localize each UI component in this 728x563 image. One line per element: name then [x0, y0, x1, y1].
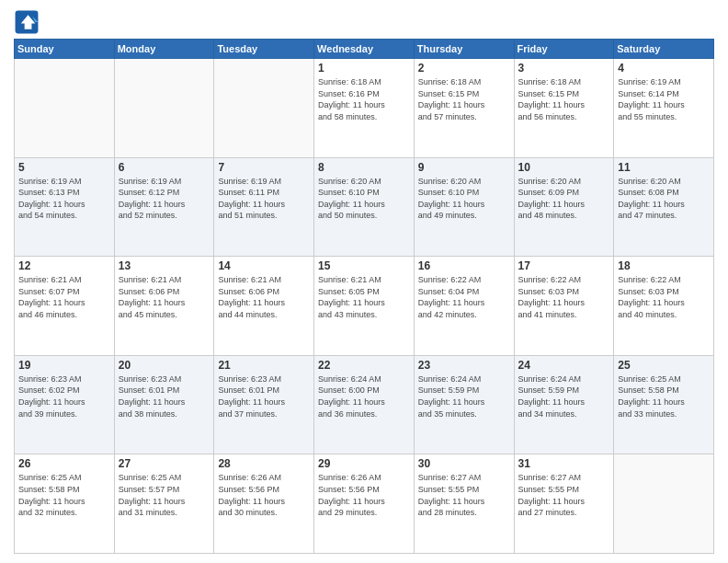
- day-number: 12: [18, 259, 110, 272]
- day-info: Sunrise: 6:22 AM Sunset: 6:03 PM Dayligh…: [618, 274, 710, 320]
- day-number: 8: [318, 161, 410, 174]
- calendar-cell: 2Sunrise: 6:18 AM Sunset: 6:15 PM Daylig…: [414, 59, 514, 158]
- calendar-cell: 15Sunrise: 6:21 AM Sunset: 6:05 PM Dayli…: [314, 257, 415, 356]
- day-number: 3: [518, 62, 610, 75]
- calendar-header-sunday: Sunday: [15, 40, 115, 59]
- calendar-header-row: SundayMondayTuesdayWednesdayThursdayFrid…: [15, 40, 714, 59]
- day-number: 14: [218, 259, 310, 272]
- day-number: 4: [618, 62, 710, 75]
- calendar-cell: 4Sunrise: 6:19 AM Sunset: 6:14 PM Daylig…: [614, 59, 714, 158]
- day-number: 17: [518, 259, 610, 272]
- day-info: Sunrise: 6:22 AM Sunset: 6:04 PM Dayligh…: [418, 274, 510, 320]
- day-number: 18: [618, 259, 710, 272]
- day-info: Sunrise: 6:18 AM Sunset: 6:15 PM Dayligh…: [418, 76, 510, 122]
- day-info: Sunrise: 6:19 AM Sunset: 6:12 PM Dayligh…: [119, 176, 210, 222]
- calendar-cell: 25Sunrise: 6:25 AM Sunset: 5:58 PM Dayli…: [614, 355, 714, 454]
- day-number: 10: [518, 161, 610, 174]
- calendar-cell: 31Sunrise: 6:27 AM Sunset: 5:55 PM Dayli…: [514, 454, 614, 554]
- calendar-header-thursday: Thursday: [414, 40, 514, 59]
- calendar-cell: 19Sunrise: 6:23 AM Sunset: 6:02 PM Dayli…: [15, 355, 115, 454]
- day-info: Sunrise: 6:20 AM Sunset: 6:10 PM Dayligh…: [418, 176, 510, 222]
- day-info: Sunrise: 6:21 AM Sunset: 6:06 PM Dayligh…: [218, 274, 310, 320]
- calendar-cell: [614, 454, 714, 554]
- calendar-table: SundayMondayTuesdayWednesdayThursdayFrid…: [14, 39, 714, 554]
- page: SundayMondayTuesdayWednesdayThursdayFrid…: [0, 0, 728, 563]
- calendar-cell: 5Sunrise: 6:19 AM Sunset: 6:13 PM Daylig…: [15, 157, 115, 257]
- day-number: 9: [418, 161, 510, 174]
- day-number: 15: [318, 259, 410, 272]
- day-number: 26: [18, 457, 110, 470]
- calendar-cell: 12Sunrise: 6:21 AM Sunset: 6:07 PM Dayli…: [15, 257, 115, 356]
- day-info: Sunrise: 6:19 AM Sunset: 6:13 PM Dayligh…: [18, 176, 110, 222]
- calendar-cell: 3Sunrise: 6:18 AM Sunset: 6:15 PM Daylig…: [514, 59, 614, 158]
- calendar-cell: 17Sunrise: 6:22 AM Sunset: 6:03 PM Dayli…: [514, 257, 614, 356]
- day-number: 13: [119, 259, 210, 272]
- day-number: 19: [18, 359, 110, 372]
- day-number: 1: [318, 62, 410, 75]
- header: [14, 9, 714, 35]
- day-info: Sunrise: 6:25 AM Sunset: 5:57 PM Dayligh…: [119, 472, 210, 518]
- day-info: Sunrise: 6:25 AM Sunset: 5:58 PM Dayligh…: [18, 472, 110, 518]
- day-info: Sunrise: 6:18 AM Sunset: 6:15 PM Dayligh…: [518, 76, 610, 122]
- day-info: Sunrise: 6:27 AM Sunset: 5:55 PM Dayligh…: [418, 472, 510, 518]
- calendar-cell: 1Sunrise: 6:18 AM Sunset: 6:16 PM Daylig…: [314, 59, 415, 158]
- calendar-cell: 21Sunrise: 6:23 AM Sunset: 6:01 PM Dayli…: [214, 355, 314, 454]
- calendar-cell: 18Sunrise: 6:22 AM Sunset: 6:03 PM Dayli…: [614, 257, 714, 356]
- calendar-cell: 13Sunrise: 6:21 AM Sunset: 6:06 PM Dayli…: [114, 257, 214, 356]
- calendar-cell: 7Sunrise: 6:19 AM Sunset: 6:11 PM Daylig…: [214, 157, 314, 257]
- day-info: Sunrise: 6:20 AM Sunset: 6:08 PM Dayligh…: [618, 176, 710, 222]
- calendar-cell: 10Sunrise: 6:20 AM Sunset: 6:09 PM Dayli…: [514, 157, 614, 257]
- calendar-week-3: 12Sunrise: 6:21 AM Sunset: 6:07 PM Dayli…: [15, 257, 714, 356]
- day-info: Sunrise: 6:21 AM Sunset: 6:06 PM Dayligh…: [119, 274, 210, 320]
- calendar-header-friday: Friday: [514, 40, 614, 59]
- day-number: 25: [618, 359, 710, 372]
- day-number: 22: [318, 359, 410, 372]
- calendar-cell: [114, 59, 214, 158]
- calendar-cell: 29Sunrise: 6:26 AM Sunset: 5:56 PM Dayli…: [314, 454, 415, 554]
- day-number: 31: [518, 457, 610, 470]
- calendar-header-monday: Monday: [114, 40, 214, 59]
- calendar-week-2: 5Sunrise: 6:19 AM Sunset: 6:13 PM Daylig…: [15, 157, 714, 257]
- day-info: Sunrise: 6:23 AM Sunset: 6:01 PM Dayligh…: [218, 373, 310, 419]
- day-info: Sunrise: 6:21 AM Sunset: 6:07 PM Dayligh…: [18, 274, 110, 320]
- day-number: 27: [119, 457, 210, 470]
- calendar-cell: 30Sunrise: 6:27 AM Sunset: 5:55 PM Dayli…: [414, 454, 514, 554]
- day-info: Sunrise: 6:23 AM Sunset: 6:02 PM Dayligh…: [18, 373, 110, 419]
- day-number: 20: [119, 359, 210, 372]
- calendar-cell: 24Sunrise: 6:24 AM Sunset: 5:59 PM Dayli…: [514, 355, 614, 454]
- day-number: 7: [218, 161, 310, 174]
- day-number: 29: [318, 457, 410, 470]
- calendar-cell: 22Sunrise: 6:24 AM Sunset: 6:00 PM Dayli…: [314, 355, 415, 454]
- day-info: Sunrise: 6:26 AM Sunset: 5:56 PM Dayligh…: [318, 472, 410, 518]
- day-info: Sunrise: 6:23 AM Sunset: 6:01 PM Dayligh…: [119, 373, 210, 419]
- day-info: Sunrise: 6:22 AM Sunset: 6:03 PM Dayligh…: [518, 274, 610, 320]
- day-number: 28: [218, 457, 310, 470]
- day-number: 5: [18, 161, 110, 174]
- calendar-week-4: 19Sunrise: 6:23 AM Sunset: 6:02 PM Dayli…: [15, 355, 714, 454]
- calendar-cell: 23Sunrise: 6:24 AM Sunset: 5:59 PM Dayli…: [414, 355, 514, 454]
- day-number: 11: [618, 161, 710, 174]
- day-number: 30: [418, 457, 510, 470]
- day-info: Sunrise: 6:24 AM Sunset: 5:59 PM Dayligh…: [518, 373, 610, 419]
- calendar-cell: 11Sunrise: 6:20 AM Sunset: 6:08 PM Dayli…: [614, 157, 714, 257]
- day-info: Sunrise: 6:24 AM Sunset: 6:00 PM Dayligh…: [318, 373, 410, 419]
- calendar-cell: 27Sunrise: 6:25 AM Sunset: 5:57 PM Dayli…: [114, 454, 214, 554]
- day-number: 24: [518, 359, 610, 372]
- calendar-cell: 28Sunrise: 6:26 AM Sunset: 5:56 PM Dayli…: [214, 454, 314, 554]
- day-number: 2: [418, 62, 510, 75]
- calendar-week-1: 1Sunrise: 6:18 AM Sunset: 6:16 PM Daylig…: [15, 59, 714, 158]
- logo: [14, 9, 43, 35]
- day-info: Sunrise: 6:18 AM Sunset: 6:16 PM Dayligh…: [318, 76, 410, 122]
- day-info: Sunrise: 6:25 AM Sunset: 5:58 PM Dayligh…: [618, 373, 710, 419]
- day-number: 6: [119, 161, 210, 174]
- calendar-cell: 8Sunrise: 6:20 AM Sunset: 6:10 PM Daylig…: [314, 157, 415, 257]
- calendar-cell: 20Sunrise: 6:23 AM Sunset: 6:01 PM Dayli…: [114, 355, 214, 454]
- calendar-cell: 14Sunrise: 6:21 AM Sunset: 6:06 PM Dayli…: [214, 257, 314, 356]
- day-number: 16: [418, 259, 510, 272]
- day-info: Sunrise: 6:19 AM Sunset: 6:11 PM Dayligh…: [218, 176, 310, 222]
- day-info: Sunrise: 6:27 AM Sunset: 5:55 PM Dayligh…: [518, 472, 610, 518]
- day-number: 23: [418, 359, 510, 372]
- day-info: Sunrise: 6:24 AM Sunset: 5:59 PM Dayligh…: [418, 373, 510, 419]
- calendar-header-saturday: Saturday: [614, 40, 714, 59]
- calendar-cell: 6Sunrise: 6:19 AM Sunset: 6:12 PM Daylig…: [114, 157, 214, 257]
